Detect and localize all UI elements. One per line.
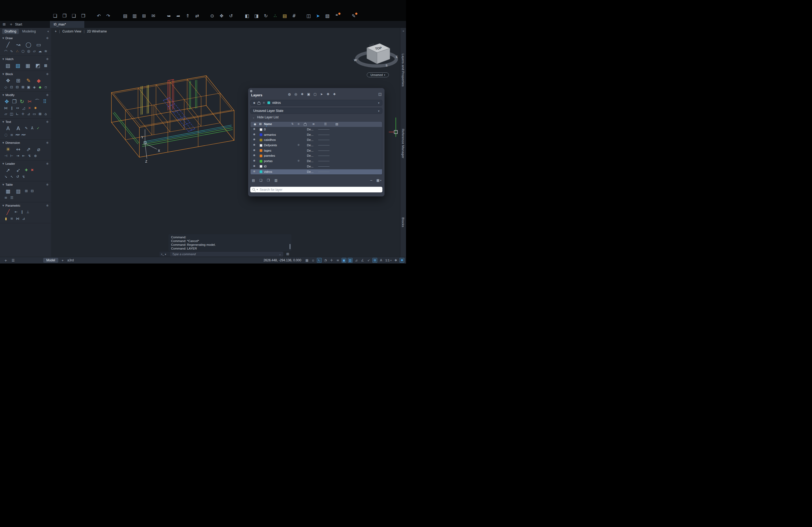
new-file-icon[interactable]: ❏ — [52, 13, 58, 19]
export-icon[interactable]: ⇑ — [185, 13, 191, 19]
plot-icon[interactable]: ▤ — [122, 13, 128, 19]
xref-icon[interactable]: ◫ — [305, 13, 312, 19]
isometric-drafting-icon[interactable]: ∠ — [360, 258, 365, 263]
viewcube-south-label[interactable]: S — [386, 64, 388, 67]
import-pdf-icon[interactable]: PDF — [15, 132, 20, 138]
layer-search-input[interactable] — [259, 187, 380, 192]
align-icon[interactable]: ⊿ — [26, 111, 31, 117]
chamfer-icon[interactable]: ∟ — [15, 111, 20, 117]
selection-cycling-icon[interactable]: ⊞ — [373, 258, 377, 263]
section-collapse-icon[interactable]: ▼ — [2, 205, 4, 207]
layer-off-icon[interactable]: ◍ — [287, 92, 291, 96]
import-icon[interactable]: ➦ — [175, 13, 182, 19]
layer-visibility-dot[interactable]: ● — [253, 149, 255, 151]
save-as-icon[interactable]: ❒ — [80, 13, 86, 19]
sidebar-collapse-icon[interactable]: « — [47, 30, 49, 33]
layer-lineweight[interactable]: De... — [307, 165, 313, 168]
donut-icon[interactable]: ◎ — [26, 48, 31, 54]
dimension-icon[interactable]: ✳ — [3, 146, 13, 153]
etransmit-icon[interactable]: ➥ — [166, 13, 172, 19]
erase-icon[interactable]: ✕ — [27, 105, 32, 111]
view-selector[interactable]: Unnamed ▾ — [367, 73, 389, 77]
table-link-icon[interactable]: ☰ — [9, 195, 14, 200]
edit-reference-icon[interactable]: ◆ — [38, 85, 43, 90]
layer-state-dropdown[interactable]: Unsaved Layer State ▾ — [250, 108, 382, 114]
layer-color-swatch[interactable] — [260, 128, 262, 131]
scale-icon[interactable]: ◿ — [21, 105, 26, 111]
viewport-style-control[interactable]: 2D Wireframe — [87, 30, 107, 33]
snap-mode-icon[interactable]: ▫ — [311, 258, 316, 263]
layer-color-swatch[interactable] — [260, 160, 262, 163]
new-tab-icon[interactable]: + — [10, 22, 13, 26]
page-setup-icon[interactable]: ⊞ — [141, 13, 147, 19]
layer-linetype-sample[interactable] — [318, 172, 330, 172]
layer-lineweight[interactable]: De... — [307, 128, 313, 131]
table-export-icon[interactable]: ≡ — [3, 195, 9, 200]
layer-row-0[interactable]: ●0De... — [250, 127, 382, 132]
layer-row-vidros[interactable]: ●vidrosDe... — [250, 169, 382, 175]
break-icon[interactable]: ▱ — [3, 111, 8, 117]
point-style-icon[interactable]: ∴ — [272, 13, 278, 19]
grid-display-icon[interactable]: ▦ — [305, 258, 309, 263]
find-text-icon[interactable]: ◌ — [3, 132, 9, 138]
viewcube-east-label[interactable]: E — [396, 55, 398, 59]
multileader-icon[interactable]: ➶ — [13, 167, 23, 174]
ortho-mode-icon[interactable]: ∟ — [317, 258, 322, 263]
lock-column-icon[interactable] — [304, 123, 307, 126]
export-pdf-icon[interactable]: PDF — [21, 132, 26, 138]
section-collapse-icon[interactable]: ▼ — [2, 94, 4, 96]
layer-color-swatch[interactable] — [260, 139, 262, 141]
lineweight-column-icon[interactable]: ≡ — [312, 122, 315, 126]
section-settings-icon[interactable]: ✻ — [46, 183, 48, 186]
layer-color-swatch[interactable] — [260, 154, 262, 157]
zoom-icon[interactable]: ⊙ — [209, 13, 215, 19]
new-layer-icon[interactable]: ❏ — [259, 178, 262, 182]
multiline-icon[interactable]: ≋ — [43, 48, 48, 54]
ellipse-icon[interactable]: ○ — [20, 48, 26, 54]
section-settings-icon[interactable]: ✻ — [46, 73, 48, 76]
hatch-icon[interactable]: ▨ — [3, 62, 13, 69]
publish-icon[interactable]: ✉ — [150, 13, 157, 19]
layer-visibility-dot[interactable]: ● — [253, 154, 255, 156]
plot-preview-icon[interactable]: ▥ — [131, 13, 138, 19]
circle-icon[interactable]: ◯ — [24, 41, 33, 48]
section-settings-icon[interactable]: ✻ — [46, 36, 48, 40]
layer-lineweight[interactable]: De... — [307, 170, 313, 174]
line-icon[interactable]: ╱ — [3, 41, 13, 48]
layer-visibility-dot[interactable]: ● — [253, 133, 255, 136]
polar-tracking-icon[interactable]: ◔ — [323, 258, 328, 263]
layer-states-icon[interactable]: ▤ — [252, 178, 255, 182]
layer-visibility-dot[interactable]: ● — [253, 170, 255, 172]
eye-column-icon[interactable]: ◉ — [254, 122, 257, 126]
layer-color-swatch[interactable] — [260, 133, 262, 136]
open-file-icon[interactable]: ❐ — [61, 13, 68, 19]
edit-text-icon[interactable]: ✎ — [24, 125, 29, 131]
underlay-icon[interactable]: ▣ — [26, 85, 31, 90]
settings-gear-icon[interactable]: ✱ — [400, 258, 404, 263]
polyline-icon[interactable]: ↝ — [13, 41, 23, 48]
current-layer-row[interactable]: ● ☼ vidros ▾ — [250, 100, 382, 106]
revision-cloud-icon[interactable]: ☁ — [38, 48, 43, 54]
layer-linetype-sample[interactable] — [318, 140, 330, 140]
snap-underlay-icon[interactable]: ◈ — [32, 85, 37, 90]
linetype-column-icon[interactable]: ☰ — [324, 122, 327, 126]
workspace-switch-icon[interactable]: ❖ — [393, 258, 398, 263]
tab-drafting[interactable]: Drafting — [2, 29, 19, 34]
parallel-icon[interactable]: ∥ — [19, 209, 25, 215]
annotation-visibility-icon[interactable]: ➶ — [366, 258, 371, 263]
insert-block-icon[interactable]: ⊞ — [13, 77, 23, 84]
layer-unlock-icon[interactable]: ▢ — [313, 92, 317, 96]
layer-visibility-dot[interactable]: ● — [253, 138, 255, 140]
object-snap-icon[interactable]: ▣ — [342, 258, 346, 263]
freeze-column-icon[interactable]: ☼ — [297, 122, 300, 126]
frame-icon[interactable]: ⊠ — [20, 85, 26, 90]
boundary-icon[interactable]: ▦ — [23, 62, 32, 69]
remove-layer-icon[interactable]: − — [370, 178, 373, 182]
join-icon[interactable]: ◫ — [9, 111, 14, 117]
arc-icon[interactable]: ◠ — [3, 48, 8, 54]
dim-break-icon[interactable]: ⇥ — [15, 153, 20, 159]
color-column-icon[interactable]: ▧ — [259, 122, 262, 125]
chevron-down-icon[interactable]: ⌄ — [279, 253, 281, 256]
customization-icon[interactable]: ✎ — [350, 13, 357, 19]
equal-icon[interactable]: ≌ — [9, 216, 14, 221]
